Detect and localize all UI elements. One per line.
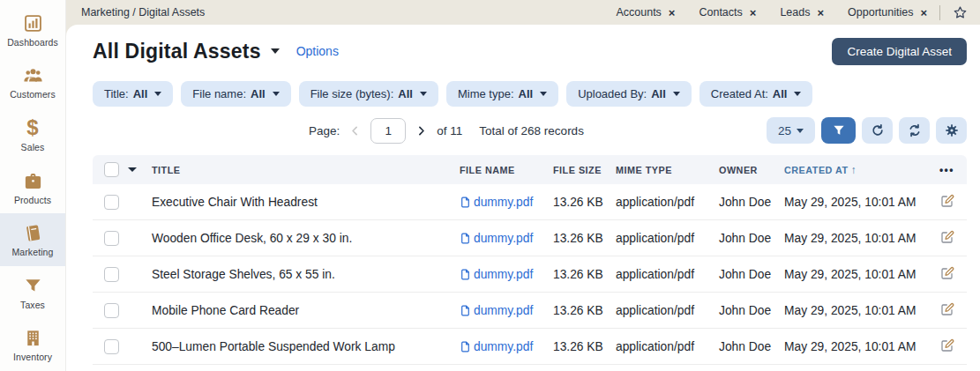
filter-chip-file-name[interactable]: File name: All [181, 81, 290, 107]
sidebar-item-label: Dashboards [7, 37, 58, 48]
row-checkbox[interactable] [104, 195, 119, 210]
filter-chip-mime-type[interactable]: Mime type: All [446, 81, 558, 107]
filter-label: Created At: [711, 87, 768, 100]
column-header-owner[interactable]: OWNER [719, 165, 784, 175]
page-size-selector[interactable]: 25 [767, 117, 815, 144]
filter-value: All [519, 87, 534, 100]
tab-close-icon[interactable]: × [750, 7, 757, 19]
filter-label: File name: [192, 87, 246, 100]
chevron-down-icon [154, 92, 161, 96]
row-checkbox[interactable] [104, 267, 119, 282]
file-name-link[interactable]: dummy.pdf [460, 340, 553, 353]
selection-menu-icon[interactable] [128, 167, 137, 172]
tab-label: Opportunities [848, 6, 913, 19]
row-checkbox[interactable] [104, 303, 119, 318]
tab-leads[interactable]: Leads × [780, 6, 824, 19]
tab-close-icon[interactable]: × [920, 7, 927, 19]
prev-page-icon[interactable] [349, 125, 361, 137]
filter-button[interactable] [821, 117, 856, 144]
created-at-value: May 29, 2025, 10:01 AM [784, 268, 917, 281]
tab-contacts[interactable]: Contacts × [699, 6, 756, 19]
sidebar-item-customers[interactable]: Customers [0, 56, 65, 109]
filter-chip-created-at[interactable]: Created At: All [699, 81, 813, 107]
column-header-title[interactable]: TITLE [141, 165, 460, 175]
mime-type-value: application/pdf [616, 340, 719, 353]
tab-close-icon[interactable]: × [669, 7, 676, 19]
sync-button[interactable] [899, 117, 930, 144]
column-header-file-name[interactable]: FILE NAME [460, 165, 553, 175]
filter-label: Mime type: [458, 87, 514, 100]
sidebar-item-dashboards[interactable]: Dashboards [0, 4, 65, 56]
options-link[interactable]: Options [296, 44, 339, 58]
file-size-value: 13.26 KB [553, 268, 616, 281]
chevron-down-icon [794, 92, 801, 96]
owner-link[interactable]: John Doe [719, 304, 784, 317]
settings-button[interactable] [936, 117, 967, 144]
dollar-icon: $ [26, 117, 38, 139]
sort-asc-icon: ↑ [851, 164, 857, 176]
row-checkbox[interactable] [104, 339, 119, 354]
owner-link[interactable]: John Doe [719, 268, 784, 281]
file-name-link[interactable]: dummy.pdf [460, 196, 553, 209]
mime-type-value: application/pdf [616, 196, 719, 209]
owner-link[interactable]: John Doe [719, 340, 784, 353]
sidebar-item-products[interactable]: Products [0, 161, 65, 214]
sidebar-item-label: Inventory [13, 352, 52, 362]
file-name-link[interactable]: dummy.pdf [460, 304, 553, 317]
column-header-mime-type[interactable]: MIME TYPE [616, 165, 719, 175]
title-dropdown-icon[interactable] [271, 48, 280, 54]
asset-title-link[interactable]: 500–Lumen Portable Suspended Work Lamp [152, 340, 395, 353]
mime-type-value: application/pdf [616, 304, 719, 317]
topbar-tabs: Accounts × Contacts × Leads × Opportunit… [616, 6, 927, 19]
column-header-file-size[interactable]: FILE SIZE [553, 165, 616, 175]
pdf-file-icon [460, 233, 471, 244]
select-all-checkbox[interactable] [104, 162, 119, 177]
file-name-label: dummy.pdf [474, 304, 533, 317]
edit-icon[interactable] [940, 302, 954, 316]
file-name-link[interactable]: dummy.pdf [460, 268, 553, 281]
refresh-button[interactable] [862, 117, 893, 144]
asset-title-link[interactable]: Executive Chair With Headrest [152, 196, 318, 209]
filter-chip-uploaded-by[interactable]: Uploaded By: All [566, 81, 692, 107]
tab-close-icon[interactable]: × [817, 7, 824, 19]
sidebar-item-inventory[interactable]: Inventory [0, 318, 65, 371]
filter-value: All [398, 87, 413, 100]
asset-title-link[interactable]: Wooden Office Desk, 60 x 29 x 30 in. [152, 232, 352, 245]
create-digital-asset-button[interactable]: Create Digital Asset [832, 38, 967, 65]
total-records-label: Total of 268 records [479, 124, 584, 137]
filter-label: File size (bytes): [310, 87, 394, 100]
sidebar-item-marketing[interactable]: Marketing [0, 213, 65, 266]
tab-opportunities[interactable]: Opportunities × [848, 6, 927, 19]
mime-type-value: application/pdf [616, 232, 719, 245]
sidebar-item-taxes[interactable]: Taxes [0, 266, 65, 319]
filter-value: All [133, 87, 148, 100]
file-name-label: dummy.pdf [474, 340, 533, 353]
main-area: Marketing / Digital Assets Accounts × Co… [66, 0, 980, 371]
sidebar-item-sales[interactable]: $ Sales [0, 108, 65, 161]
content-panel: All Digital Assets Options Create Digita… [66, 25, 980, 371]
asset-title-link[interactable]: Steel Storage Shelves, 65 x 55 in. [152, 268, 335, 281]
file-name-link[interactable]: dummy.pdf [460, 232, 553, 245]
topbar-divider [939, 5, 940, 20]
edit-icon[interactable] [940, 338, 954, 352]
tab-accounts[interactable]: Accounts × [616, 6, 675, 19]
edit-icon[interactable] [940, 230, 954, 244]
column-header-created-at[interactable]: CREATED AT↑ [784, 164, 917, 176]
filter-chip-file-size-bytes[interactable]: File size (bytes): All [299, 81, 438, 107]
page-count-label: of 11 [437, 124, 462, 137]
owner-link[interactable]: John Doe [719, 232, 784, 245]
page-input[interactable] [370, 118, 406, 144]
asset-title-link[interactable]: Mobile Phone Card Reader [152, 304, 299, 317]
edit-icon[interactable] [940, 266, 954, 280]
star-icon[interactable] [953, 5, 968, 20]
list-controls: 25 [767, 117, 967, 144]
row-checkbox[interactable] [104, 231, 119, 246]
pagination-row: Page: of 11 Total of 268 records 25 [93, 117, 967, 144]
edit-icon[interactable] [940, 194, 954, 208]
column-menu-icon[interactable]: ••• [939, 164, 954, 176]
filter-chip-title[interactable]: Title: All [93, 81, 173, 107]
owner-link[interactable]: John Doe [719, 196, 784, 209]
next-page-icon[interactable] [415, 125, 427, 137]
file-size-value: 13.26 KB [553, 340, 616, 353]
breadcrumb[interactable]: Marketing / Digital Assets [81, 6, 205, 19]
